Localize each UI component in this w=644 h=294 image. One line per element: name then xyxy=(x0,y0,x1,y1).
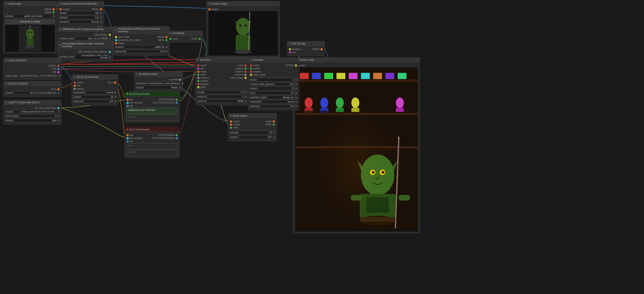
load-t5-encoder-node: Load T5 TextEncoder #ELLA T5_TEXT_ENCODE… xyxy=(3,100,62,125)
model-out xyxy=(57,65,60,67)
ks-denoise[interactable]: 1.00 xyxy=(260,104,295,108)
load-checkpoint-title: Load Checkpoint xyxy=(8,59,27,61)
samples-in xyxy=(289,48,291,50)
bi-kernel[interactable]: 10 xyxy=(238,131,273,135)
bn-model-in xyxy=(197,64,200,67)
ks-seed[interactable]: 0 xyxy=(257,78,295,82)
ella-encode-bot-header: ELLA Text Encode xyxy=(125,127,180,132)
image-out-port xyxy=(100,8,102,10)
t5-dtype[interactable]: auto xyxy=(13,119,58,122)
bn-negative-in xyxy=(197,83,200,85)
ks-negative-in xyxy=(250,71,252,73)
load-checkpoint-node: Load Checkpoint MODEL CLIP VAE ◀ xyxy=(3,58,62,80)
ella-encode-top-text[interactable]: wargaming shop showcase xyxy=(126,108,178,114)
image-filename[interactable]: goblin_toy (2).png xyxy=(14,14,53,18)
svg-point-8 xyxy=(31,32,32,33)
prompt-field[interactable]: goblin toy xyxy=(124,45,166,49)
bl-dtype[interactable]: float16 xyxy=(144,86,179,90)
preview-images-in xyxy=(208,8,210,10)
brushnet-loader-node: BrushNet Loader brushnet ◀ brushnet brus… xyxy=(134,71,183,92)
ks-steps[interactable]: 15 xyxy=(258,87,295,90)
ks-model-in xyxy=(250,64,252,67)
sam-model-in xyxy=(115,36,117,38)
bn-end-at[interactable]: 10000 xyxy=(206,99,245,103)
ella-encode-bot-clip[interactable]: text clip xyxy=(126,150,178,156)
bi-inpaint-in xyxy=(230,120,232,123)
image-output-row: IMAGE xyxy=(5,8,55,10)
ckpt-name-field[interactable]: realisticVisionV60B1_v51VAE.safetensors xyxy=(18,74,58,78)
brushnet-loader-header: BrushNet Loader xyxy=(134,72,183,76)
load-ella-title: Load ELLA Model xyxy=(8,82,28,85)
bn-brushnet-out xyxy=(244,74,246,76)
ks-scheduler[interactable]: karras xyxy=(262,100,295,104)
segment-title: GroundingDinoSAMSegment (segment anythin… xyxy=(118,27,168,33)
bi-sigma[interactable]: 10.0 xyxy=(238,135,273,139)
grounding-dino-loader-title: GroundingDinoModelLoader (segment anythi… xyxy=(62,42,111,47)
ks-control[interactable]: fixed xyxy=(275,82,295,86)
ella-ts-ella-in xyxy=(74,85,76,87)
method-field[interactable]: lanczos xyxy=(69,20,100,24)
ks-sampler[interactable]: dpmpp_2m xyxy=(267,96,295,99)
image-field-row: ◀ image goblin_toy (2).png ▶ xyxy=(5,14,55,18)
mask-in xyxy=(169,38,172,40)
ella-encode-bot-text[interactable]: text xyxy=(126,143,178,149)
bn-latent-out xyxy=(244,77,246,79)
ella-enc-clip-in-t xyxy=(126,105,129,107)
brushnet-header: BrushNet xyxy=(196,57,248,62)
blend-inpaint-title: Blend Inpaint xyxy=(233,114,247,117)
grounding-dino-loader-header: GroundingDinoModelLoader (segment anythi… xyxy=(58,41,113,49)
ella-text-encode-bottom-node: ELLA Text Encode ella CONDITIONING text_… xyxy=(124,127,180,158)
height-field[interactable]: 512 xyxy=(68,15,100,19)
ella-text-encode-top-node: ELLA Text Encode ella CONDITIONING text_… xyxy=(124,92,180,123)
brushnet-title: BrushNet xyxy=(200,58,210,61)
preview-image-top-header: Preview Image xyxy=(206,1,280,6)
bi-image-out xyxy=(273,120,275,123)
ella-encode-top-header: ELLA Text Encode xyxy=(125,92,180,96)
ella-enc-ella-in-t xyxy=(126,99,129,101)
invert-mask-header: InvertMask xyxy=(168,31,202,35)
invert-mask-title: InvertMask xyxy=(172,32,184,34)
image-transform-header: ImageTransformResizeAbsolute xyxy=(58,1,104,6)
ella-model-out xyxy=(57,88,60,90)
ks-latent-in xyxy=(250,74,252,76)
mask-out-port xyxy=(52,11,55,13)
svg-point-14 xyxy=(239,24,242,27)
preview-image-right-title: Preview Image xyxy=(298,58,314,61)
svg-point-10 xyxy=(236,18,250,35)
ks-cfg[interactable]: 5.0 xyxy=(255,91,295,95)
svg-rect-11 xyxy=(236,35,250,50)
ella-model-name[interactable]: ella-sd1.5-tsc-t5xl.safetensors xyxy=(13,91,58,95)
ella-enc-t5-in-b xyxy=(126,137,129,140)
ks-latent-out xyxy=(295,64,297,67)
svg-rect-61 xyxy=(295,68,418,231)
bn-scale[interactable]: 1.0 xyxy=(204,90,245,94)
mask-output-row: MASK xyxy=(5,11,55,13)
preview-image-right-display xyxy=(295,67,418,232)
images-in-port xyxy=(59,8,62,10)
ella-encode-top-clip[interactable]: text clip xyxy=(126,114,178,121)
vae-decode-node: VAE Decode samples IMAGE vae xyxy=(287,41,325,56)
t5-name[interactable]: models-google-flan-t5-xl-text-encoder-..… xyxy=(13,110,58,114)
ella-scheduler[interactable]: normal xyxy=(86,91,114,94)
bl-brushnet-val[interactable]: brushnet/random_mask.safetensors xyxy=(147,82,182,85)
bn-mask-in xyxy=(197,74,200,76)
dino-model-name[interactable]: GroundingDINO_SwinT_OGC (694MB) xyxy=(74,54,109,59)
threshold-field[interactable]: 0.30 xyxy=(126,49,166,53)
grounding-dino-loader-node: GroundingDinoModelLoader (segment anythi… xyxy=(57,41,113,62)
image-out-port xyxy=(52,8,55,10)
vae-decode-header: VAE Decode xyxy=(287,41,324,46)
bn-start-at[interactable]: 0 xyxy=(207,95,245,99)
image-in xyxy=(115,42,117,44)
t5-maxlen[interactable]: 0 xyxy=(19,114,58,118)
brushnet-loader-title: BrushNet Loader xyxy=(139,73,158,75)
sam-model-title: SAMModelLoader (segment anything) xyxy=(62,28,104,30)
preview-image-top-node: Preview Image images xyxy=(206,1,280,57)
ella-ts-sigmas-in xyxy=(74,88,76,90)
ella-steps[interactable]: 20 xyxy=(81,95,114,99)
sam-model-out-port xyxy=(109,34,111,36)
sam-model-name[interactable]: sam_vit_h (2.56GB) xyxy=(74,37,109,40)
choose-file-button[interactable]: choose file to upload xyxy=(5,19,55,24)
ella-denoise[interactable]: 1.00 xyxy=(84,100,114,103)
ksampler-node: KSampler model LATENT positive negative xyxy=(248,57,299,110)
width-field[interactable]: 512 xyxy=(67,11,100,15)
